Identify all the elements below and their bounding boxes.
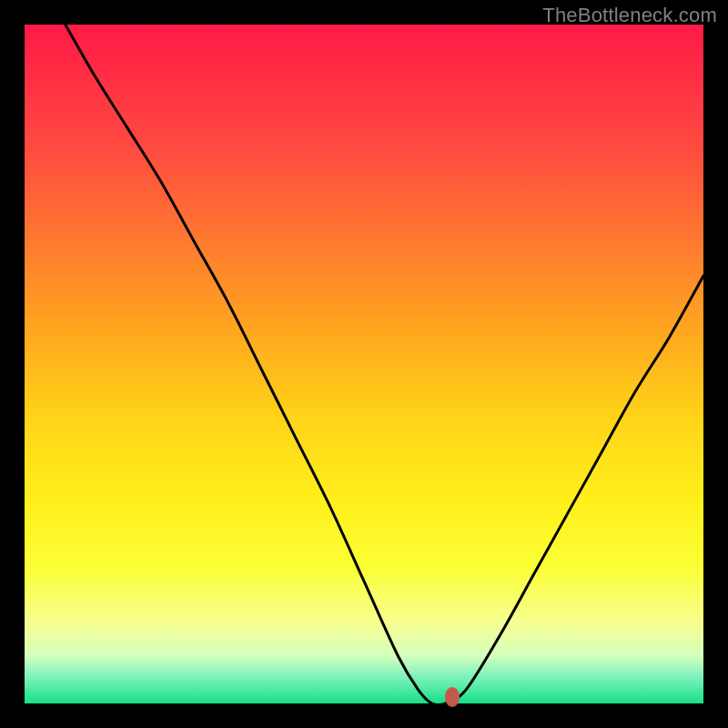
chart-frame: TheBottleneck.com (0, 0, 728, 728)
optimal-marker-icon (445, 687, 460, 707)
plot-area (25, 25, 703, 703)
bottleneck-curve (25, 25, 703, 703)
